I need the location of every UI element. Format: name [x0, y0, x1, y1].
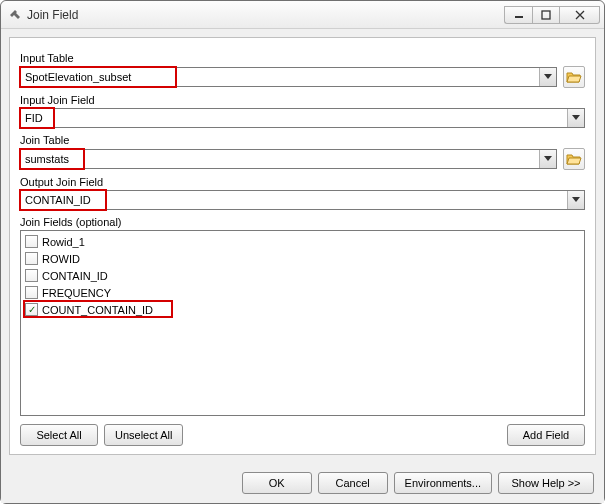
titlebar[interactable]: Join Field [1, 1, 604, 29]
svg-rect-0 [515, 16, 523, 18]
input-table-label: Input Table [20, 52, 585, 64]
chevron-down-icon[interactable] [567, 109, 584, 127]
dialog-footer: OK Cancel Environments... Show Help >> [1, 463, 604, 503]
browse-input-table-button[interactable] [563, 66, 585, 88]
folder-open-icon [566, 70, 582, 84]
window-controls [504, 6, 600, 24]
input-join-field-select[interactable]: FID [20, 108, 585, 128]
svg-rect-1 [542, 11, 550, 19]
input-join-field-label: Input Join Field [20, 94, 585, 106]
show-help-button[interactable]: Show Help >> [498, 472, 594, 494]
list-item-label: ROWID [42, 253, 80, 265]
unselect-all-button[interactable]: Unselect All [104, 424, 183, 446]
close-button[interactable] [560, 6, 600, 24]
add-field-button[interactable]: Add Field [507, 424, 585, 446]
output-join-field-select[interactable]: CONTAIN_ID [20, 190, 585, 210]
list-item[interactable]: Rowid_1 [25, 233, 580, 250]
list-item[interactable]: FREQUENCY [25, 284, 580, 301]
list-item[interactable]: COUNT_CONTAIN_ID [25, 301, 580, 318]
join-table-select[interactable]: sumstats [20, 149, 557, 169]
maximize-button[interactable] [532, 6, 560, 24]
list-item-label: FREQUENCY [42, 287, 111, 299]
list-item[interactable]: CONTAIN_ID [25, 267, 580, 284]
dialog-body: Input Table SpotElevation_subset Input [9, 37, 596, 455]
checkbox[interactable] [25, 252, 38, 265]
list-item-label: COUNT_CONTAIN_ID [42, 304, 153, 316]
list-item[interactable]: ROWID [25, 250, 580, 267]
folder-open-icon [566, 152, 582, 166]
input-table-select[interactable]: SpotElevation_subset [20, 67, 557, 87]
chevron-down-icon[interactable] [567, 191, 584, 209]
ok-button[interactable]: OK [242, 472, 312, 494]
input-table-value: SpotElevation_subset [21, 68, 539, 86]
browse-join-table-button[interactable] [563, 148, 585, 170]
list-item-label: Rowid_1 [42, 236, 85, 248]
join-table-label: Join Table [20, 134, 585, 146]
join-field-dialog: Join Field Input Table SpotElevation_sub… [0, 0, 605, 504]
output-join-field-label: Output Join Field [20, 176, 585, 188]
chevron-down-icon[interactable] [539, 68, 556, 86]
window-title: Join Field [27, 8, 504, 22]
checkbox[interactable] [25, 303, 38, 316]
checkbox[interactable] [25, 286, 38, 299]
join-fields-listbox[interactable]: Rowid_1ROWIDCONTAIN_IDFREQUENCYCOUNT_CON… [20, 230, 585, 416]
chevron-down-icon[interactable] [539, 150, 556, 168]
list-item-label: CONTAIN_ID [42, 270, 108, 282]
hammer-icon [7, 7, 23, 23]
cancel-button[interactable]: Cancel [318, 472, 388, 494]
checkbox[interactable] [25, 269, 38, 282]
select-all-button[interactable]: Select All [20, 424, 98, 446]
join-table-value: sumstats [21, 150, 539, 168]
output-join-field-value: CONTAIN_ID [21, 191, 567, 209]
join-fields-label: Join Fields (optional) [20, 216, 585, 228]
checkbox[interactable] [25, 235, 38, 248]
input-join-field-value: FID [21, 109, 567, 127]
environments-button[interactable]: Environments... [394, 472, 492, 494]
minimize-button[interactable] [504, 6, 532, 24]
